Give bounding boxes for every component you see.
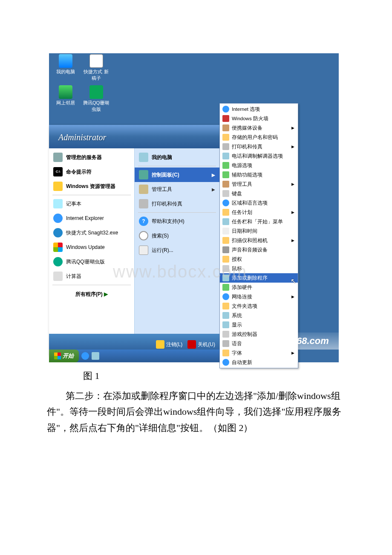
printer-icon	[139, 199, 148, 208]
sub-keyboard[interactable]: 键盘	[220, 189, 298, 198]
menu-manage-server[interactable]: 管理您的服务器	[49, 150, 134, 165]
sub-network[interactable]: 网络连接▶	[220, 292, 298, 301]
menu-admin-tools[interactable]: 管理工具▶	[135, 182, 219, 197]
sub-add-hardware[interactable]: 添加硬件	[220, 283, 298, 292]
computer-icon	[59, 54, 72, 68]
sub-label: 自动更新	[232, 359, 252, 366]
arrow-icon: ▶	[291, 238, 294, 243]
sub-folder-options[interactable]: 文件夹选项	[220, 301, 298, 311]
sub-scanner[interactable]: 扫描仪和照相机▶	[220, 236, 298, 245]
menu-cmd[interactable]: C:\命令提示符	[49, 165, 134, 179]
sub-stored-pwd[interactable]: 存储的用户名和密码	[220, 133, 298, 142]
figure-caption: 图 1	[83, 370, 100, 382]
desktop-icon-qq[interactable]: 腾讯QQ珊瑚虫版	[82, 85, 110, 113]
mic-icon	[222, 340, 229, 347]
menu-label: 管理您的服务器	[66, 154, 102, 161]
desktop-icon-my-computer[interactable]: 我的电脑	[52, 54, 79, 75]
shutdown-button[interactable]: 关机(U)	[187, 340, 215, 349]
menu-label: Windows 资源管理器	[66, 183, 115, 190]
sub-fonts[interactable]: 字体▶	[220, 348, 298, 358]
menu-snagit[interactable]: 快捷方式 SnagIt32.exe	[49, 225, 134, 240]
sub-printers[interactable]: 打印机和传真▶	[220, 142, 298, 151]
sub-power[interactable]: 电源选项	[220, 161, 298, 170]
sub-datetime[interactable]: 日期和时间	[220, 226, 298, 236]
sub-system[interactable]: 系统	[220, 311, 298, 320]
start-menu-right: 我的电脑 控制面板(C)▶ 管理工具▶ 打印机和传真 ?帮助和支持(H) 搜索(…	[134, 148, 219, 334]
sub-taskbar[interactable]: 任务栏和「开始」菜单	[220, 217, 298, 226]
menu-label: 搜索(S)	[152, 232, 169, 240]
sub-label: 打印机和传真	[232, 144, 262, 150]
sub-mouse[interactable]: 鼠标	[220, 264, 298, 273]
taskbar-icon	[222, 218, 229, 225]
phone-icon	[222, 153, 229, 159]
taskbar-desktop-icon[interactable]	[92, 352, 99, 360]
desktop-icon-network[interactable]: 网上邻居	[52, 85, 79, 106]
arrow-icon: ▶	[291, 295, 294, 299]
sub-label: 键盘	[232, 191, 242, 197]
sub-license[interactable]: 授权	[220, 254, 298, 264]
menu-control-panel[interactable]: 控制面板(C)▶	[135, 168, 219, 182]
sub-sound[interactable]: 声音和音频设备	[220, 245, 298, 254]
menu-printers[interactable]: 打印机和传真	[135, 197, 219, 211]
arrow-icon: ▶	[212, 187, 215, 192]
menu-qq[interactable]: 腾讯QQ珊瑚虫版	[49, 254, 134, 269]
sub-accessibility[interactable]: 辅助功能选项	[220, 170, 298, 179]
power-icon	[187, 340, 196, 349]
taskbar: 开始	[49, 350, 219, 362]
sub-tasks[interactable]: 任务计划▶	[220, 208, 298, 217]
calc-icon	[53, 272, 63, 281]
sub-firewall[interactable]: Windows 防火墙	[220, 114, 298, 123]
sub-add-remove-programs[interactable]: 添加或删除程序	[220, 273, 298, 283]
desktop-icon-shortcut[interactable]: 快捷方式 新稿子	[82, 54, 110, 81]
menu-calc[interactable]: 计算器	[49, 269, 134, 283]
menu-windows-update[interactable]: Windows Update	[49, 240, 134, 254]
sub-region[interactable]: 区域和语言选项	[220, 198, 298, 208]
sub-display[interactable]: 显示	[220, 320, 298, 330]
menu-all-programs[interactable]: 所有程序(P) ▶	[49, 286, 134, 302]
start-button[interactable]: 开始	[49, 350, 79, 362]
server-icon	[53, 153, 63, 162]
sub-label: 鼠标	[232, 266, 242, 272]
mouse-icon	[222, 265, 229, 272]
sub-label: 系统	[232, 312, 242, 319]
sub-label: 辅助功能选项	[232, 172, 262, 178]
network-icon	[222, 293, 229, 300]
sub-phone-modem[interactable]: 电话和调制解调器选项	[220, 151, 298, 161]
sub-label: 区域和语言选项	[232, 200, 268, 206]
calendar-icon	[222, 209, 229, 216]
sub-internet-options[interactable]: Internet 选项	[220, 104, 298, 114]
body-paragraph: 第二步：在添加或删除程序窗口中的左边选择"添加/删除windows组件"。等待一…	[47, 388, 343, 436]
tools-icon	[139, 185, 148, 194]
sub-label: 任务栏和「开始」菜单	[232, 219, 283, 225]
control-panel-icon	[139, 170, 148, 179]
sub-label: 游戏控制器	[232, 331, 257, 338]
sub-admin-tools[interactable]: 管理工具▶	[220, 179, 298, 189]
menu-notepad[interactable]: 记事本	[49, 197, 134, 211]
sub-portable[interactable]: 便携媒体设备▶	[220, 123, 298, 133]
network-icon	[59, 85, 72, 99]
logoff-button[interactable]: 注销(L)	[156, 340, 183, 349]
menu-run[interactable]: 运行(R)...	[135, 243, 219, 257]
sub-label: 添加或删除程序	[232, 275, 268, 281]
accessibility-icon	[222, 171, 229, 178]
menu-ie[interactable]: Internet Explorer	[49, 211, 134, 225]
menu-search[interactable]: 搜索(S)	[135, 228, 219, 243]
menu-my-computer[interactable]: 我的电脑	[135, 150, 219, 165]
tools-icon	[222, 181, 229, 188]
keyboard-icon	[222, 190, 229, 197]
speaker-icon	[222, 246, 229, 253]
cmd-icon: C:\	[53, 167, 63, 176]
start-menu: Administrator 管理您的服务器 C:\命令提示符 Windows 资…	[49, 125, 219, 355]
menu-label: Internet Explorer	[66, 215, 104, 221]
taskbar-ie-icon[interactable]	[81, 352, 89, 360]
ie-icon	[53, 214, 63, 223]
menu-explorer[interactable]: Windows 资源管理器	[49, 179, 134, 194]
sub-label: 文件夹选项	[232, 303, 257, 309]
arrow-icon: ▶	[291, 126, 294, 130]
separator	[52, 195, 131, 195]
start-label: 开始	[63, 352, 74, 360]
font-icon	[222, 350, 229, 356]
menu-label: 管理工具	[152, 186, 172, 193]
sub-auto-update[interactable]: 自动更新	[220, 358, 298, 367]
menu-help[interactable]: ?帮助和支持(H)	[135, 214, 219, 228]
